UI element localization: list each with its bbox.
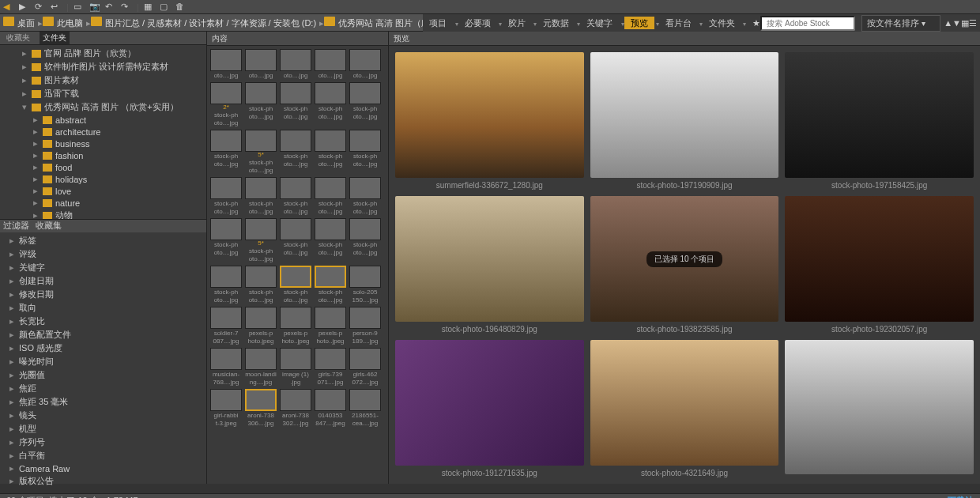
thumbnail[interactable]: oto....jpg [315, 49, 346, 79]
boomerang-icon[interactable]: ↩ [51, 2, 62, 13]
tree-item[interactable]: ▸软件制作图片 设计所需特定素材 [0, 60, 206, 74]
preview-item[interactable]: stock-photo-192302057.jpg [785, 196, 974, 334]
thumbnail[interactable]: solo-205150....jpg [349, 266, 381, 304]
filter-item[interactable]: ▸曝光时间 [0, 355, 206, 368]
filter-item[interactable]: ▸焦距 [0, 382, 206, 395]
thumbnail[interactable]: stock-photo....jpg [280, 130, 311, 174]
tree-item[interactable]: ▾优秀网站 高清 图片 （欣赏+实用） [0, 100, 206, 114]
thumbnail[interactable]: stock-photo....jpg [245, 82, 277, 126]
thumbnail[interactable]: aroni-738302....jpg [280, 389, 311, 427]
filter-item[interactable]: ▸评级 [0, 247, 206, 261]
crumb[interactable]: 图片汇总 / 灵感素材 / 设计素材 / 字体资源 / 安装包 (D:) [102, 17, 319, 28]
filter-item[interactable]: ▸白平衡 [0, 449, 206, 462]
tree-item[interactable]: ▸迅雷下载 [0, 87, 206, 100]
tree-item[interactable]: ▸holidays [0, 173, 206, 185]
thumbnail[interactable]: 2*stock-photo....jpg [210, 82, 242, 126]
thumbnail[interactable]: stock-photo....jpg [280, 218, 311, 262]
tree-item[interactable]: ▸fashion [0, 149, 206, 161]
sort-dropdown[interactable]: 按文件名排序 ▾ [861, 15, 940, 32]
filter-item[interactable]: ▸颜色配置文件 [0, 328, 206, 341]
tree-item[interactable]: ▸love [0, 185, 206, 197]
tree-item[interactable]: ▸nature [0, 197, 206, 209]
filter-item[interactable]: ▸标签 [0, 234, 206, 247]
thumbnail[interactable]: pexels-photo.jpeg [245, 307, 277, 345]
nav-back-icon[interactable]: ◀ [3, 2, 14, 13]
preview-item[interactable] [785, 340, 974, 477]
rotate-cw-icon[interactable]: ↷ [121, 2, 132, 13]
sort-asc-icon[interactable]: ▲ [944, 18, 952, 28]
rotate-ccw-icon[interactable]: ↶ [105, 2, 116, 13]
crumb[interactable]: 此电脑 [54, 17, 86, 28]
trash-icon[interactable]: 🗑 [175, 2, 187, 13]
tab-folders[interactable]: 文件夹 [40, 32, 70, 44]
thumbnail[interactable]: pexels-photo..jpeg [280, 307, 311, 345]
thumbnail[interactable]: musician-768....jpg [210, 348, 242, 386]
menu-关键字[interactable]: 关键字 [580, 17, 619, 29]
filter-item[interactable]: ▸镜头 [0, 409, 206, 422]
thumbnail[interactable]: stock-photo....jpg [280, 82, 311, 126]
thumbnail[interactable]: stock-photo....jpg [245, 177, 277, 215]
view-list-icon[interactable]: ☰ [969, 18, 977, 28]
thumbnail[interactable]: 5*stock-photo....jpg [245, 218, 277, 262]
thumbnail[interactable]: stock-photo....jpg [349, 130, 381, 174]
thumbnail[interactable]: stock-photo....jpg [315, 266, 346, 304]
tree-item[interactable]: ▸图片素材 [0, 74, 206, 87]
crumb[interactable]: 桌面 [14, 17, 38, 28]
thumbnail[interactable]: moon-landing....jpg [245, 348, 277, 386]
thumbnail[interactable]: stock-photo....jpg [280, 266, 311, 304]
filter-item[interactable]: ▸ISO 感光度 [0, 341, 206, 355]
thumbnail[interactable]: stock-photo....jpg [315, 130, 346, 174]
filter-icon[interactable]: ▼ [952, 18, 961, 28]
tab-favorites[interactable]: 收藏夹 [3, 32, 33, 44]
menu-元数据[interactable]: 元数据 [537, 17, 575, 29]
filter-item[interactable]: ▸光圈值 [0, 368, 206, 382]
tree-item[interactable]: ▸官网 品牌 图片（欣赏） [0, 47, 206, 60]
thumbnail[interactable]: 0140353847....jpeg [315, 389, 346, 427]
thumbnail[interactable]: stock-photo....jpg [245, 266, 277, 304]
menu-看片台[interactable]: 看片台 [659, 17, 698, 29]
tree-item[interactable]: ▸food [0, 161, 206, 173]
menu-胶片[interactable]: 胶片 [502, 17, 532, 29]
thumbnail[interactable]: stock-photo....jpg [349, 177, 381, 215]
thumbnail[interactable]: stock-photo....jpg [280, 177, 311, 215]
thumbnail[interactable]: image (1).jpg [280, 348, 311, 386]
thumbnail[interactable]: soldier-7087....jpg [210, 307, 242, 345]
thumbnail[interactable]: oto....jpg [349, 49, 381, 79]
thumbnail[interactable]: girls-462072....jpg [349, 348, 381, 386]
open-icon[interactable]: ▢ [160, 2, 171, 13]
filter-item[interactable]: ▸序列号 [0, 436, 206, 449]
thumbnail[interactable]: stock-photo....jpg [210, 177, 242, 215]
thumbnail[interactable]: girls-739071....jpg [315, 348, 346, 386]
tree-item[interactable]: ▸architecture [0, 126, 206, 138]
thumbnail[interactable]: stock-photo....jpg [349, 218, 381, 262]
thumbnail[interactable]: girl-rabbit-3.jpeg [210, 389, 242, 427]
preview-item[interactable]: stock-photo-197190909.jpg [590, 52, 779, 190]
thumbnail[interactable]: person-9189....jpg [349, 307, 381, 345]
filter-item[interactable]: ▸修改日期 [0, 288, 206, 301]
filter-item[interactable]: ▸关键字 [0, 261, 206, 274]
thumbnail[interactable]: 2186551-cea....jpg [349, 389, 381, 427]
filter-item[interactable]: ▸创建日期 [0, 274, 206, 288]
preview-item[interactable]: stock-photo-196480829.jpg [395, 196, 584, 334]
filter-item[interactable]: ▸Camera Raw [0, 462, 206, 474]
nav-fwd-icon[interactable]: ▶ [19, 2, 30, 13]
tab-filter[interactable]: 过滤器 [3, 220, 29, 232]
thumbnail[interactable]: stock-photo....jpg [210, 266, 242, 304]
reveal-icon[interactable]: ▭ [74, 2, 85, 13]
reload-icon[interactable]: ⟳ [35, 2, 46, 13]
thumbnail[interactable]: oto....jpg [280, 49, 311, 79]
filter-item[interactable]: ▸长宽比 [0, 315, 206, 328]
tab-collections[interactable]: 收藏集 [36, 220, 62, 232]
thumbnail[interactable]: stock-photo....jpg [315, 177, 346, 215]
thumbnail[interactable]: oto....jpg [245, 49, 277, 79]
view-grid-icon[interactable]: ▦ [961, 18, 969, 28]
thumbnail[interactable]: stock-photo....jpg [210, 130, 242, 174]
filter-item[interactable]: ▸版权公告 [0, 474, 206, 488]
preview-item[interactable]: stock-photo-191271635.jpg [395, 340, 584, 477]
preview-item[interactable]: 已选择 10 个项目stock-photo-193823585.jpg [590, 196, 779, 334]
tree-item[interactable]: ▸动物 [0, 209, 206, 219]
grid-icon[interactable]: ▦ [144, 2, 155, 13]
thumbnail[interactable]: stock-photo....jpg [315, 82, 346, 126]
filter-item[interactable]: ▸机型 [0, 422, 206, 436]
thumbnail[interactable]: stock-photo....jpg [349, 82, 381, 126]
